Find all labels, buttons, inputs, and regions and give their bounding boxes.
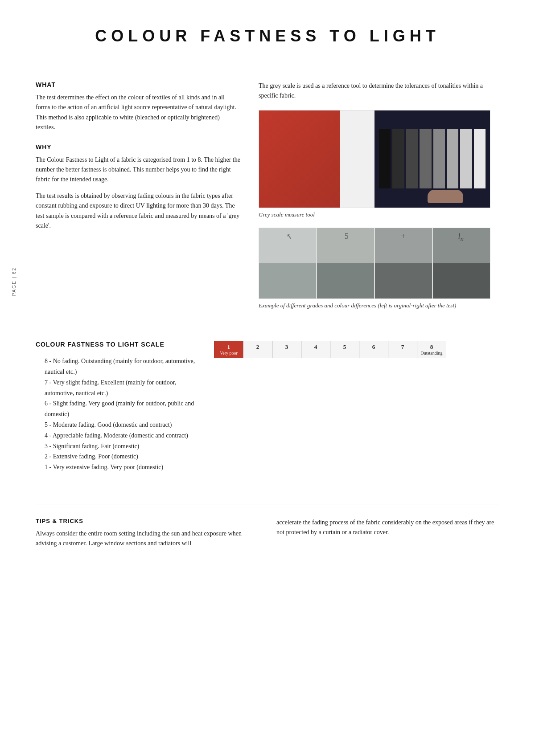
image-caption-1: Grey scale measure tool	[259, 211, 490, 219]
scale-list-item: 2 - Extensive fading. Poor (domestic)	[36, 451, 196, 462]
scale-list: 8 - No fading. Outstanding (mainly for o…	[36, 356, 196, 473]
scale-cell-8: 8Outstanding	[417, 341, 446, 358]
scale-cell-1: 1Very poor	[214, 341, 243, 358]
scale-heading: COLOUR FASTNESS TO LIGHT SCALE	[36, 341, 196, 348]
scale-cell-7: 7	[388, 341, 417, 358]
why-heading: WHY	[36, 143, 241, 151]
right-column: The grey scale is used as a reference to…	[259, 81, 490, 319]
why-body-2: The test results is obtained by observin…	[36, 191, 241, 231]
scale-list-item: 1 - Very extensive fading. Very poor (do…	[36, 462, 196, 473]
tips-right: accelerate the fading process of the fab…	[276, 518, 499, 549]
grey-scale-desc: The grey scale is used as a reference to…	[259, 81, 490, 101]
tips-right-text: accelerate the fading process of the fab…	[276, 518, 499, 538]
scale-list-item: 5 - Moderate fading. Good (domestic and …	[36, 420, 196, 430]
page-container: COLOUR FASTNESS TO LIGHT WHAT The test d…	[0, 0, 535, 756]
tips-left-text: Always consider the entire room setting …	[36, 529, 259, 549]
tips-section: TIPS & TRICKS Always consider the entire…	[0, 513, 535, 567]
main-content: WHAT The test determines the effect on t…	[0, 63, 535, 327]
scale-list-item: 7 - Very slight fading. Excellent (mainl…	[36, 377, 196, 399]
page-number-sidebar: PAGE | 62	[12, 267, 16, 296]
what-body-1: The test determines the effect on the co…	[36, 93, 241, 133]
page-header: COLOUR FASTNESS TO LIGHT	[0, 0, 535, 63]
scale-left: COLOUR FASTNESS TO LIGHT SCALE 8 - No fa…	[36, 341, 196, 482]
scale-cell-2: 2	[243, 341, 272, 358]
why-body-1: The Colour Fastness to Light of a fabric…	[36, 155, 241, 185]
page-title: COLOUR FASTNESS TO LIGHT	[36, 27, 499, 45]
scale-section: COLOUR FASTNESS TO LIGHT SCALE 8 - No fa…	[0, 327, 535, 490]
scale-list-item: 4 - Appreciable fading. Moderate (domest…	[36, 430, 196, 441]
scale-list-item: 3 - Significant fading. Fair (domestic)	[36, 441, 196, 452]
image-block-1: Grey scale measure tool	[259, 110, 490, 219]
image-caption-2: Example of different grades and colour d…	[259, 302, 490, 310]
what-heading: WHAT	[36, 81, 241, 88]
scale-list-item: 6 - Slight fading. Very good (mainly for…	[36, 398, 196, 420]
scale-cell-6: 6	[359, 341, 388, 358]
scale-cell-3: 3	[272, 341, 301, 358]
scale-list-item: 8 - No fading. Outstanding (mainly for o…	[36, 356, 196, 377]
scale-cell-4: 4	[301, 341, 330, 358]
grey-scale-image	[259, 110, 490, 208]
tips-heading: TIPS & TRICKS	[36, 518, 259, 524]
image-block-2: ↖ 5 + ln Example of different grades and…	[259, 228, 490, 310]
grades-image: ↖ 5 + ln	[259, 228, 490, 299]
section-divider	[36, 504, 499, 504]
scale-content-row: COLOUR FASTNESS TO LIGHT SCALE 8 - No fa…	[36, 341, 499, 482]
scale-bar: 1Very poor2345678Outstanding	[214, 341, 499, 358]
tips-left: TIPS & TRICKS Always consider the entire…	[36, 518, 259, 549]
scale-right: 1Very poor2345678Outstanding	[214, 341, 499, 361]
page-number: PAGE | 62	[12, 267, 16, 296]
left-column: WHAT The test determines the effect on t…	[36, 81, 241, 319]
scale-cell-5: 5	[330, 341, 359, 358]
